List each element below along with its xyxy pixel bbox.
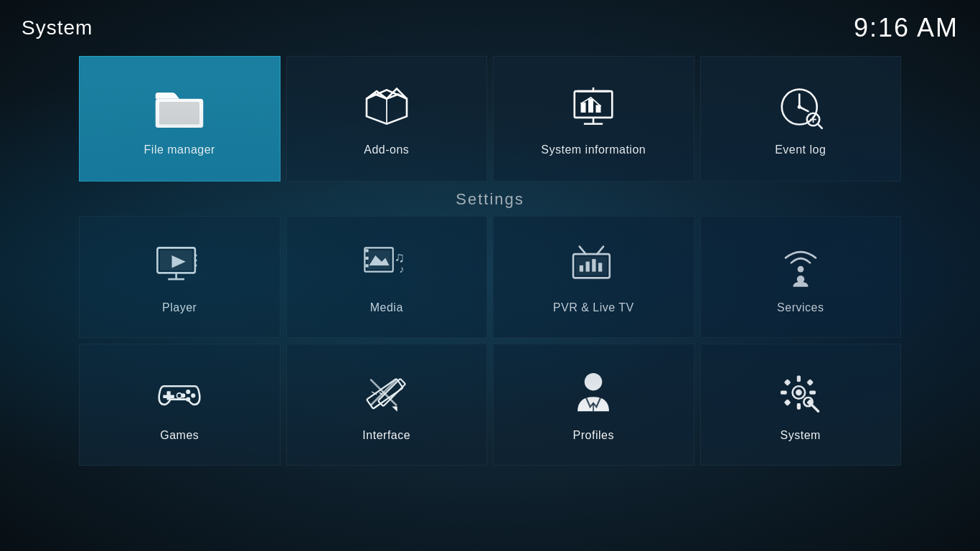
svg-rect-47 (164, 395, 175, 398)
media-icon: ♫ ♪ (362, 240, 412, 290)
settings-header: Settings (79, 190, 901, 209)
settings-row-2: Games Interface (79, 344, 901, 466)
profiles-icon (568, 367, 618, 418)
tile-event-log[interactable]: Event log (700, 56, 902, 182)
svg-point-26 (194, 259, 197, 262)
svg-point-44 (797, 266, 804, 273)
tile-add-ons-label: Add-ons (364, 143, 409, 156)
header: System 9:16 AM (0, 0, 980, 56)
tile-profiles-label: Profiles (573, 429, 614, 442)
tile-file-manager[interactable]: File manager (79, 56, 281, 182)
svg-line-38 (580, 247, 586, 255)
svg-text:♪: ♪ (399, 263, 404, 275)
addons-icon (362, 82, 412, 132)
svg-point-25 (194, 254, 197, 257)
tile-event-log-label: Event log (775, 143, 826, 156)
player-icon (154, 240, 204, 290)
svg-point-60 (585, 373, 603, 391)
page-title: System (22, 17, 93, 39)
sysinfo-icon (568, 82, 618, 132)
svg-rect-68 (783, 379, 791, 386)
tile-services-label: Services (777, 301, 824, 314)
folder-icon (154, 82, 204, 132)
tile-games-label: Games (160, 429, 199, 442)
tile-interface-label: Interface (362, 429, 410, 442)
clock: 9:16 AM (854, 13, 958, 43)
svg-rect-32 (365, 257, 368, 260)
tile-system-information-label: System information (541, 143, 646, 156)
svg-rect-66 (781, 390, 787, 394)
svg-point-27 (194, 264, 197, 267)
svg-line-15 (799, 107, 808, 111)
svg-line-39 (598, 247, 604, 255)
tile-games[interactable]: Games (79, 344, 281, 466)
tile-services[interactable]: Services (700, 216, 902, 338)
svg-rect-33 (365, 264, 368, 267)
tile-profiles[interactable]: Profiles (493, 344, 694, 466)
tile-pvr-live-tv[interactable]: PVR & Live TV (493, 216, 694, 338)
tile-interface[interactable]: Interface (286, 344, 488, 466)
tile-pvr-live-tv-label: PVR & Live TV (553, 301, 634, 314)
svg-point-63 (796, 390, 802, 396)
interface-icon (362, 367, 412, 418)
svg-rect-42 (593, 259, 596, 272)
services-icon (776, 240, 826, 290)
tile-media-label: Media (370, 301, 403, 314)
svg-rect-64 (797, 375, 801, 382)
svg-rect-70 (783, 399, 791, 406)
svg-line-17 (817, 123, 821, 128)
svg-rect-1 (159, 102, 199, 125)
svg-rect-67 (809, 390, 816, 394)
svg-rect-6 (588, 98, 593, 112)
svg-rect-31 (365, 249, 368, 252)
svg-point-50 (186, 397, 190, 402)
tile-file-manager-label: File manager (144, 143, 215, 156)
system-icon (776, 367, 826, 418)
svg-point-49 (191, 393, 195, 397)
svg-text:♫: ♫ (394, 250, 404, 265)
svg-point-48 (186, 390, 190, 394)
tile-system-label: System (781, 429, 821, 442)
svg-rect-40 (580, 265, 583, 272)
tile-system[interactable]: System (700, 344, 902, 466)
tile-player[interactable]: Player (79, 216, 281, 338)
top-row: File manager Add-ons (79, 56, 901, 182)
games-icon (154, 367, 204, 418)
main-content: File manager Add-ons (0, 56, 980, 466)
svg-rect-65 (797, 403, 801, 410)
tile-add-ons[interactable]: Add-ons (286, 56, 488, 182)
tile-player-label: Player (162, 301, 197, 314)
svg-rect-69 (806, 379, 814, 386)
svg-rect-41 (586, 262, 590, 272)
svg-rect-43 (598, 263, 602, 271)
tile-system-information[interactable]: System information (493, 56, 694, 182)
pvr-icon (568, 240, 618, 290)
eventlog-icon (776, 82, 826, 132)
settings-row-1: Player ♫ ♪ Media (79, 216, 901, 338)
tile-media[interactable]: ♫ ♪ Media (286, 216, 488, 338)
